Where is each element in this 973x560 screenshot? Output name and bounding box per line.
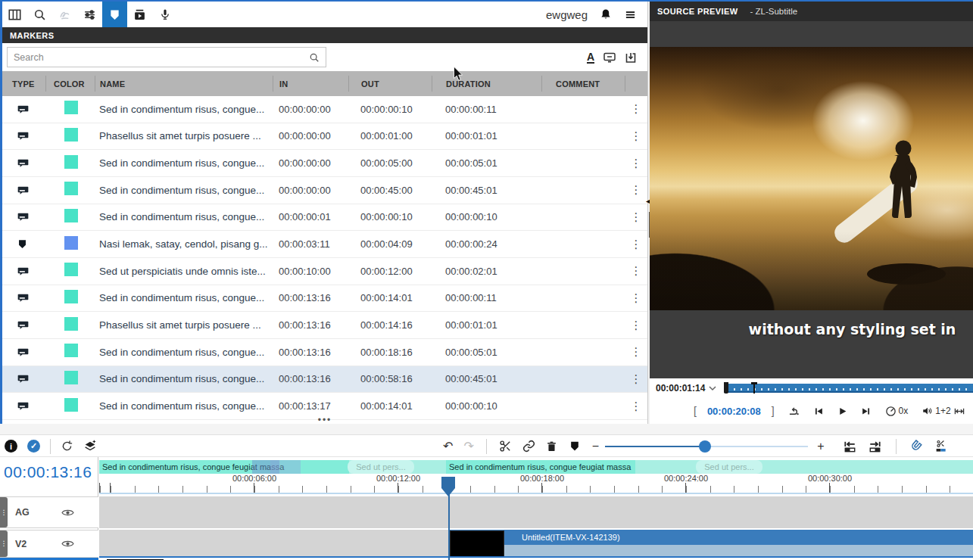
markers-actions: A <box>587 51 647 64</box>
display-toggle-button[interactable] <box>603 51 616 64</box>
table-row[interactable]: Sed in condimentum risus, congue... 00:0… <box>2 177 647 204</box>
next-frame-button[interactable] <box>861 406 872 416</box>
insert-left-icon[interactable] <box>843 440 857 453</box>
mark-out-bracket[interactable]: ] <box>772 405 775 417</box>
play-button[interactable] <box>837 406 847 416</box>
panel-columns-button[interactable] <box>2 2 27 27</box>
info-button[interactable]: i <box>5 440 17 453</box>
col-color[interactable]: COLOR <box>45 76 95 92</box>
track-header-ag[interactable]: ⋮ AG <box>0 496 98 528</box>
search-button[interactable] <box>27 2 52 27</box>
track-lane-ag[interactable] <box>99 496 973 528</box>
razor-clip-icon[interactable] <box>934 440 948 453</box>
track-header-v2[interactable]: ⋮ V2 <box>0 530 98 558</box>
timeline-ruler[interactable]: 00:00:06:00 00:00:12:00 00:00:18:00 00:0… <box>99 474 973 494</box>
row-menu-kebab-icon[interactable]: ⋮ <box>625 102 647 116</box>
mark-in-bracket[interactable]: [ <box>694 405 697 417</box>
row-menu-kebab-icon[interactable]: ⋮ <box>625 291 647 305</box>
sliders-button[interactable] <box>77 2 102 27</box>
row-menu-kebab-icon[interactable]: ⋮ <box>625 372 647 386</box>
video-clip[interactable]: Untitled(ITEM-VX-142139) <box>449 530 973 558</box>
row-menu-kebab-icon[interactable]: ⋮ <box>625 319 647 332</box>
track-drag-handle[interactable]: ⋮ <box>0 530 8 557</box>
table-row-selected[interactable]: Sed in condimentum risus, congue... 00:0… <box>2 366 647 394</box>
zoom-in-button[interactable]: + <box>817 440 824 453</box>
table-row[interactable]: Phasellus sit amet turpis posuere ... 00… <box>2 312 647 339</box>
microphone-button[interactable] <box>152 2 177 27</box>
chevron-down-icon[interactable] <box>709 385 716 391</box>
col-duration[interactable]: DURATION <box>432 76 541 92</box>
table-row[interactable]: Sed in condimentum risus, congue... 00:0… <box>2 150 647 177</box>
cut-scissors-icon[interactable] <box>499 440 512 453</box>
row-menu-kebab-icon[interactable]: ⋮ <box>625 400 647 413</box>
audio-channels-button[interactable]: 1+2 <box>922 406 950 416</box>
col-out[interactable]: OUT <box>348 76 432 92</box>
track-visibility-eye-icon[interactable] <box>61 539 74 549</box>
search-input[interactable] <box>8 51 309 64</box>
preview-scrub-bar[interactable] <box>724 384 973 393</box>
previous-frame-button[interactable] <box>813 406 824 416</box>
row-menu-kebab-icon[interactable]: ⋮ <box>625 210 647 224</box>
timeline-zoom-slider[interactable] <box>605 440 808 453</box>
table-row[interactable]: Sed in condimentum risus, congue... 00:0… <box>2 96 647 123</box>
video-frame[interactable] <box>650 47 973 310</box>
track-drag-handle[interactable]: ⋮ <box>0 497 8 527</box>
timeline-playhead-handle[interactable] <box>441 477 455 496</box>
row-menu-kebab-icon[interactable]: ⋮ <box>625 238 647 251</box>
table-row[interactable]: Phasellus sit amet turpis posuere ... 00… <box>2 123 647 151</box>
marker-name: Sed in condimentum risus, congue... <box>95 185 273 196</box>
row-menu-kebab-icon[interactable]: ⋮ <box>625 129 647 143</box>
track-lane-v2[interactable]: Untitled(ITEM-VX-142139) <box>99 530 973 558</box>
table-row[interactable]: Nasi lemak, satay, cendol, pisang g... 0… <box>2 231 647 258</box>
row-menu-kebab-icon[interactable]: ⋮ <box>625 345 647 359</box>
import-export-button[interactable] <box>625 51 637 64</box>
fit-width-icon[interactable] <box>953 406 965 416</box>
refresh-icon[interactable] <box>61 440 73 453</box>
undo-button[interactable]: ↶ <box>443 440 453 453</box>
timeline-playhead-timecode[interactable]: 00:00:13:16 <box>4 463 92 481</box>
approve-check-button[interactable]: ✓ <box>27 440 40 453</box>
notifications-bell-button[interactable] <box>600 8 612 20</box>
table-row[interactable]: Sed ut perspiciatis unde omnis iste... 0… <box>2 258 647 285</box>
insert-right-icon[interactable] <box>868 440 882 453</box>
subtitle-overview-strip[interactable]: Sed in condimentum risus, congue feugiat… <box>99 460 973 474</box>
scrub-playhead[interactable] <box>751 382 757 394</box>
add-layer-icon[interactable] <box>83 440 97 453</box>
redo-button[interactable]: ↷ <box>463 440 473 453</box>
col-name[interactable]: NAME <box>95 76 273 92</box>
zoom-slider-handle[interactable] <box>699 440 711 453</box>
source-preview-panel: SOURCE PREVIEW - ZL-Subtitle without any… <box>650 2 973 424</box>
row-menu-kebab-icon[interactable]: ⋮ <box>625 264 647 278</box>
playback-speed-button[interactable]: 0x <box>885 406 909 417</box>
font-style-button[interactable]: A <box>587 51 594 64</box>
track-visibility-eye-icon[interactable] <box>61 508 74 518</box>
ruler-label: 00:00:24:00 <box>662 474 710 483</box>
search-input-icon[interactable] <box>309 52 320 63</box>
add-marker-icon[interactable] <box>569 440 580 452</box>
markers-tool-button[interactable] <box>102 2 127 27</box>
link-icon[interactable] <box>522 440 535 453</box>
export-video-button[interactable] <box>127 2 152 27</box>
table-row[interactable]: Sed in condimentum risus, congue... 00:0… <box>2 339 647 366</box>
row-menu-kebab-icon[interactable]: ⋮ <box>625 183 647 197</box>
loop-icon[interactable] <box>788 406 800 416</box>
table-row[interactable]: Sed in condimentum risus, congue... 00:0… <box>2 204 647 232</box>
toolbar-divider <box>896 439 897 454</box>
snap-magnet-icon[interactable] <box>909 440 922 453</box>
col-in[interactable]: IN <box>273 76 348 92</box>
subtitle-block-faded[interactable]: Sed ut pers... <box>348 460 414 474</box>
zoom-out-button[interactable]: − <box>592 440 599 453</box>
subtitle-block[interactable]: Sed in condimentum risus, congue feugiat… <box>446 460 635 474</box>
col-comment[interactable]: COMMENT <box>541 76 625 92</box>
subtitle-block[interactable]: Sed in condimentum risus, congue feugiat… <box>99 460 349 474</box>
hamburger-menu-button[interactable] <box>624 9 637 20</box>
scrub-in-marker[interactable] <box>724 382 728 394</box>
col-type[interactable]: TYPE <box>2 76 45 92</box>
delete-trash-icon[interactable] <box>546 440 557 453</box>
script-button[interactable] <box>52 2 77 27</box>
table-row[interactable]: Sed in condimentum risus, congue... 00:0… <box>2 285 647 313</box>
row-menu-kebab-icon[interactable]: ⋮ <box>625 157 647 170</box>
preview-out-time[interactable]: 00:00:20:08 <box>707 406 761 417</box>
subtitle-block-faded[interactable]: Sed ut pers... <box>696 460 762 474</box>
timeline-playhead-line[interactable] <box>448 494 450 560</box>
